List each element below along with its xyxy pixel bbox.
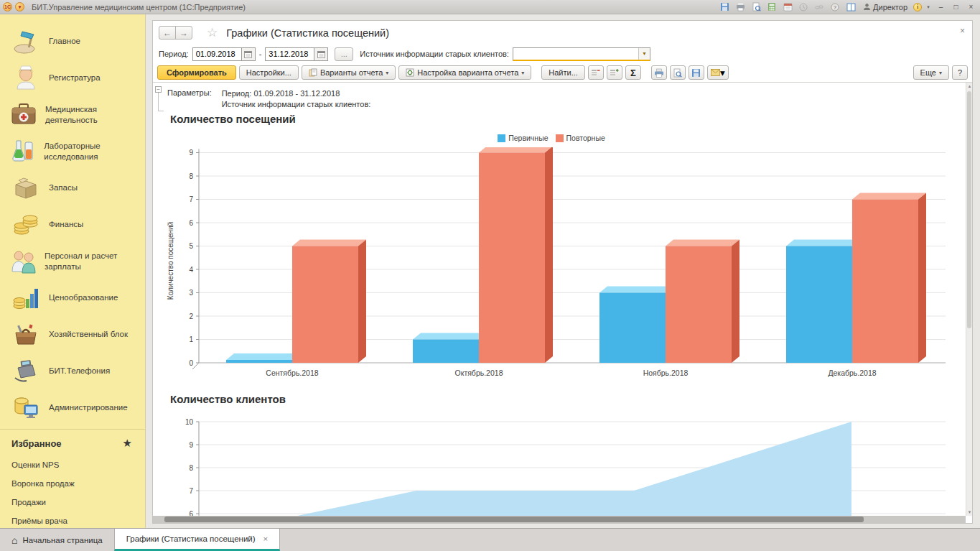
sidebar-item-administration[interactable]: Администрирование <box>0 389 145 426</box>
print-button[interactable] <box>734 1 747 13</box>
clients-area-chart: 109876 <box>163 413 960 522</box>
sidebar-item-stock[interactable]: Запасы <box>0 170 145 206</box>
sum-button[interactable]: Σ <box>625 65 641 80</box>
report-variants-button[interactable]: Варианты отчета ▾ <box>302 65 396 80</box>
svg-text:9: 9 <box>189 441 193 449</box>
period-options-button[interactable]: ... <box>335 47 353 61</box>
more-button[interactable]: Еще ▾ <box>913 65 949 80</box>
calendar-icon <box>783 2 793 11</box>
sidebar-item-label: Регистратура <box>49 73 101 83</box>
favorite-item-sales-funnel[interactable]: Воронка продаж <box>0 474 145 493</box>
minimize-button[interactable]: – <box>935 1 947 12</box>
source-input[interactable] <box>513 48 638 59</box>
open-windows-tabbar: ⌂ Начальная страница Графики (Статистика… <box>0 528 980 551</box>
collapse-group-icon[interactable]: − <box>155 86 162 93</box>
calendar-picker-button[interactable] <box>314 47 328 61</box>
back-button[interactable]: ← <box>159 26 176 40</box>
save-report-button[interactable] <box>689 65 704 80</box>
collapse-groups-button[interactable] <box>588 65 604 80</box>
legend-swatch-blue <box>498 134 505 142</box>
horizontal-scroll-thumb[interactable] <box>164 517 864 522</box>
scroll-down-icon[interactable]: ▼ <box>966 509 972 516</box>
sidebar-item-medical[interactable]: Медицинская деятельность <box>0 96 145 133</box>
app-logo-icon[interactable]: 1С <box>3 2 12 11</box>
home-icon: ⌂ <box>11 534 17 546</box>
tab-home[interactable]: ⌂ Начальная страница <box>0 529 114 551</box>
sidebar-item-laboratory[interactable]: Лабораторные исследования <box>0 133 145 170</box>
sidebar-item-pricing[interactable]: Ценообразование <box>0 279 145 316</box>
svg-text:9: 9 <box>189 149 193 157</box>
visits-chart-title: Количество посещений <box>170 113 296 125</box>
sidebar-item-finance[interactable]: Финансы <box>0 206 145 243</box>
chevron-down-icon: ▾ <box>386 70 388 76</box>
calculator-icon <box>767 2 776 11</box>
close-report-icon[interactable]: × <box>960 26 965 36</box>
svg-text:5: 5 <box>189 242 193 250</box>
preview-report-button[interactable] <box>670 65 686 80</box>
maximize-button[interactable]: □ <box>950 1 962 12</box>
svg-text:8: 8 <box>189 464 193 472</box>
svg-text:0: 0 <box>189 359 193 367</box>
history-icon <box>799 3 808 11</box>
scroll-up-icon[interactable]: ▲ <box>966 83 972 90</box>
star-icon[interactable]: ★ <box>123 437 132 450</box>
horizontal-scrollbar[interactable] <box>153 516 966 523</box>
main-menu-button[interactable]: ▾ <box>15 2 24 11</box>
current-user-button[interactable]: Директор <box>863 3 907 11</box>
favorite-item-sales[interactable]: Продажи <box>0 493 145 511</box>
coins-icon <box>10 213 42 237</box>
admin-database-icon <box>10 395 42 421</box>
tab-report-active[interactable]: Графики (Статистика посещений) × <box>114 529 281 551</box>
sidebar-item-personnel[interactable]: Персонал и расчет зарплаты <box>0 243 145 279</box>
settings-button[interactable]: Настройки... <box>239 65 299 80</box>
period-to-input[interactable] <box>265 47 314 61</box>
svg-text:Сентябрь.2018: Сентябрь.2018 <box>266 369 318 377</box>
variant-setup-button[interactable]: Настройка варианта отчета ▾ <box>398 65 531 80</box>
parameters-period: Период: 01.09.2018 - 31.12.2018 <box>222 88 371 99</box>
close-window-button[interactable]: × <box>965 1 977 12</box>
favorite-item-nps[interactable]: Оценки NPS <box>0 455 145 474</box>
application-window: 1С ▾ БИТ.Управление медицинским центром … <box>0 0 980 551</box>
visits-bar-chart: 0123456789Количество посещенийСентябрь.2… <box>163 147 960 384</box>
calculator-button[interactable] <box>765 1 778 13</box>
legend-item-primary: Первичные <box>498 134 548 142</box>
report-variants-icon <box>309 68 317 77</box>
vertical-scroll-thumb[interactable] <box>967 91 971 328</box>
service-info-button[interactable]: i <box>913 3 922 11</box>
period-from-field <box>192 47 256 61</box>
sidebar-item-registry[interactable]: Регистратура <box>0 60 145 96</box>
sidebar-item-telephony[interactable]: БИТ.Телефония <box>0 353 145 389</box>
forward-button[interactable]: → <box>175 26 192 40</box>
vertical-scrollbar[interactable]: ▲ ▼ <box>966 83 972 516</box>
sidebar-item-label: Запасы <box>49 182 78 193</box>
calendar-icon <box>317 50 325 58</box>
send-mail-button[interactable]: ▾ <box>707 65 729 80</box>
expand-groups-button[interactable] <box>607 65 622 80</box>
favorite-item-doctor-visits[interactable]: Приёмы врача <box>0 511 145 528</box>
sidebar-item-main[interactable]: Главное <box>0 23 145 60</box>
favorite-star-icon[interactable]: ☆ <box>207 25 218 40</box>
user-icon <box>863 3 871 11</box>
tab-close-icon[interactable]: × <box>263 534 269 543</box>
window-title: БИТ.Управление медицинским центром (1С:П… <box>32 3 246 11</box>
parameters-block: Параметры: Период: 01.09.2018 - 31.12.20… <box>167 88 370 110</box>
calendar-button[interactable] <box>781 1 794 13</box>
help-circle-button[interactable]: ? <box>829 1 841 13</box>
chevron-down-icon: ▾ <box>521 70 524 76</box>
print-report-button[interactable] <box>651 65 667 80</box>
calendar-picker-button[interactable] <box>241 47 256 61</box>
phone-icon <box>10 359 42 384</box>
split-window-button[interactable] <box>844 1 857 13</box>
desk-lamp-icon <box>10 29 42 55</box>
generate-button[interactable]: Сформировать <box>157 65 236 80</box>
svg-text:?: ? <box>834 4 836 9</box>
save-button[interactable] <box>718 1 731 13</box>
combo-dropdown-button[interactable]: ▾ <box>638 48 650 60</box>
links-button <box>813 1 826 13</box>
find-button[interactable]: Найти... <box>541 65 585 80</box>
period-from-input[interactable] <box>192 47 241 61</box>
titlebar-more-button[interactable]: ▾ <box>925 1 932 13</box>
help-button[interactable]: ? <box>952 65 968 80</box>
sidebar-item-facilities[interactable]: Хозяйственный блок <box>0 316 145 353</box>
print-preview-button[interactable] <box>750 1 762 13</box>
